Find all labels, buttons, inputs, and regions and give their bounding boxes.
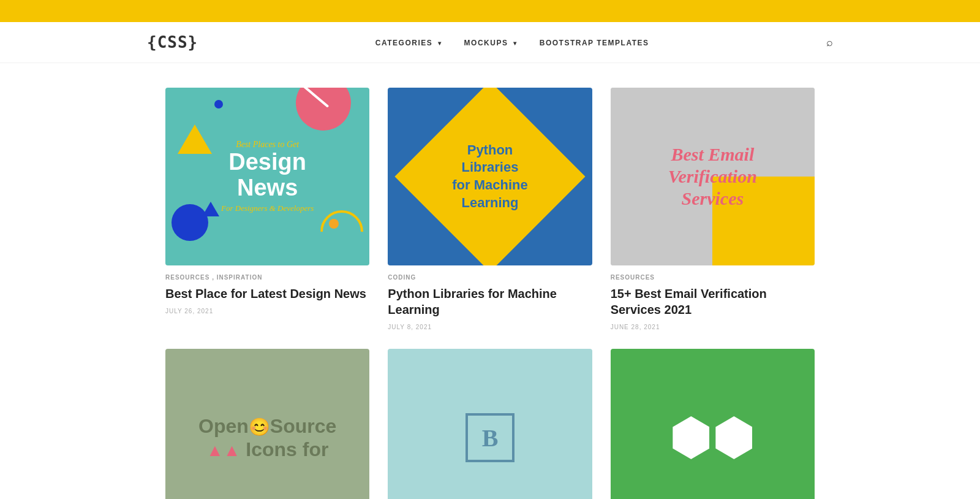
article-card-python[interactable]: PythonLibrariesfor MachineLearning CODIN… (388, 88, 592, 330)
chevron-down-icon: ▾ (438, 40, 442, 47)
nav-link-bootstrap[interactable]: BOOTSTRAP TEMPLATES (540, 39, 649, 47)
thumb-subtitle: Best Places to Get (200, 140, 335, 150)
thumb-text-overlay: Best Places to Get DesignNews For Design… (200, 140, 335, 213)
thumb-opensource-text: Open😊Source ▲▲ Icons for (198, 414, 336, 462)
decorative-hexagon (715, 416, 752, 459)
article-date: JULY 8, 2021 (388, 324, 592, 330)
articles-grid: Best Places to Get DesignNews For Design… (165, 88, 815, 330)
decorative-hexagon (673, 416, 709, 459)
article-title: 15+ Best Email Verification Services 202… (611, 286, 815, 318)
decorative-shape (320, 210, 363, 253)
navbar: {CSS} CATEGORIES ▾ MOCKUPS ▾ BOOTSTRAP T… (0, 22, 980, 63)
article-title: Best Place for Latest Design News (165, 286, 369, 302)
nav-item-categories[interactable]: CATEGORIES ▾ (375, 37, 442, 48)
decorative-shape (296, 88, 351, 131)
article-card-opensource[interactable]: Open😊Source ▲▲ Icons for (165, 349, 369, 499)
nav-link-mockups[interactable]: MOCKUPS ▾ (464, 39, 518, 47)
thumb-tagline: For Designers & Developers (200, 204, 335, 213)
thumb-text-overlay: Best EmailVerificationServices (639, 143, 786, 210)
article-thumb-design-news: Best Places to Get DesignNews For Design… (165, 88, 369, 265)
article-thumb-python: PythonLibrariesfor MachineLearning (388, 88, 592, 265)
nav-links: CATEGORIES ▾ MOCKUPS ▾ BOOTSTRAP TEMPLAT… (375, 37, 649, 48)
thumb-text-overlay: PythonLibrariesfor MachineLearning (435, 142, 545, 211)
site-logo[interactable]: {CSS} (147, 33, 198, 51)
article-thumb-opensource: Open😊Source ▲▲ Icons for (165, 349, 369, 499)
article-date: JUNE 28, 2021 (611, 324, 815, 330)
chevron-down-icon: ▾ (513, 40, 518, 47)
nav-link-categories[interactable]: CATEGORIES ▾ (375, 39, 442, 47)
thumb-email-text: Best EmailVerificationServices (639, 143, 786, 210)
article-title: Python Libraries for Machine Learning (388, 286, 592, 318)
article-card-bootstrap[interactable]: B (388, 349, 592, 499)
bottom-articles-grid: Open😊Source ▲▲ Icons for B (165, 349, 815, 499)
search-icon[interactable]: ⌕ (826, 36, 833, 49)
top-bar (0, 0, 980, 22)
article-card-design-news[interactable]: Best Places to Get DesignNews For Design… (165, 88, 369, 330)
article-categories: CODING (388, 274, 592, 281)
thumb-python-text: PythonLibrariesfor MachineLearning (435, 142, 545, 211)
thumb-title: DesignNews (200, 150, 335, 201)
article-card-hexagon[interactable] (611, 349, 815, 499)
article-categories: RESOURCES INSPIRATION (165, 274, 369, 281)
bootstrap-logo-box: B (466, 413, 514, 462)
nav-item-mockups[interactable]: MOCKUPS ▾ (464, 37, 518, 48)
article-thumb-bootstrap: B (388, 349, 592, 499)
thumb-text-overlay: Open😊Source ▲▲ Icons for (198, 414, 336, 462)
article-card-email[interactable]: Best EmailVerificationServices RESOURCES… (611, 88, 815, 330)
nav-item-bootstrap[interactable]: BOOTSTRAP TEMPLATES (540, 37, 649, 48)
article-thumb-email: Best EmailVerificationServices (611, 88, 815, 265)
article-date: JULY 26, 2021 (165, 308, 369, 314)
article-thumb-hexagon (611, 349, 815, 499)
article-categories: RESOURCES (611, 274, 815, 281)
decorative-shape (214, 100, 223, 109)
main-content: Best Places to Get DesignNews For Design… (153, 88, 827, 499)
